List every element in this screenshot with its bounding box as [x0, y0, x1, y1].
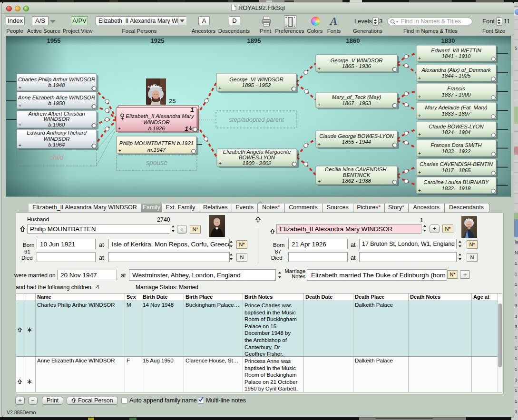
svg-text:+: + — [418, 188, 421, 193]
svg-text:b.1960: b.1960 — [49, 122, 66, 127]
svg-text:1833 - 1922: 1833 - 1922 — [442, 148, 471, 154]
svg-text:BOWES-LYON: BOWES-LYON — [239, 155, 275, 160]
svg-text:WINDSOR: WINDSOR — [43, 116, 69, 122]
svg-text:Anne Elizabeth Alice WINDSOR: Anne Elizabeth Alice WINDSOR — [18, 95, 95, 100]
svg-text:1833 - 1897: 1833 - 1897 — [442, 111, 471, 117]
svg-text:1841 - 1910: 1841 - 1910 — [442, 53, 471, 59]
svg-text:WINDSOR: WINDSOR — [43, 136, 69, 142]
svg-text:1824 - 1904: 1824 - 1904 — [442, 129, 471, 135]
svg-text:+: + — [318, 179, 321, 184]
svg-text:+: + — [318, 142, 321, 147]
svg-text:1895 - 1952: 1895 - 1952 — [242, 82, 271, 88]
svg-text:1895: 1895 — [247, 37, 261, 44]
svg-text:b.1950: b.1950 — [49, 100, 66, 106]
svg-text:1837 - 1900: 1837 - 1900 — [442, 92, 471, 98]
svg-text:Caroline Louisa BURNABY: Caroline Louisa BURNABY — [423, 179, 489, 185]
svg-text:+: + — [318, 102, 321, 107]
svg-text:Elizabeth Angela Marguerite: Elizabeth Angela Marguerite — [223, 149, 291, 155]
svg-text:spouse: spouse — [146, 159, 167, 166]
svg-text:Alexandra (Alix) of_Denmark: Alexandra (Alix) of_Denmark — [421, 67, 491, 73]
svg-text:George_VI WINDSOR: George_VI WINDSOR — [229, 77, 283, 82]
svg-text:b.1926: b.1926 — [148, 126, 165, 131]
svg-text:+: + — [418, 151, 421, 156]
svg-text:+: + — [19, 143, 21, 148]
svg-text:Edward Anthony Richard: Edward Anthony Richard — [27, 130, 87, 136]
svg-text:+: + — [218, 86, 221, 91]
svg-text:WINDSOR: WINDSOR — [143, 119, 170, 125]
svg-text:+: + — [19, 103, 21, 108]
svg-text:b.1964: b.1964 — [49, 142, 65, 147]
svg-text:+: + — [418, 94, 421, 99]
svg-text:Charles CAVENDISH-BENTIN: Charles CAVENDISH-BENTIN — [420, 161, 493, 167]
svg-text:BENTINCK: BENTINCK — [343, 172, 371, 178]
svg-text:Charles Philip Arthur WINDSOR: Charles Philip Arthur WINDSOR — [18, 77, 95, 82]
svg-text:+: + — [418, 113, 421, 118]
svg-text:Mary_of_Teck (May): Mary_of_Teck (May) — [332, 94, 381, 100]
svg-text:1832 - 1918: 1832 - 1918 — [442, 186, 471, 191]
svg-text:George_V WINDSOR: George_V WINDSOR — [330, 58, 382, 63]
svg-text:+: + — [19, 122, 21, 127]
svg-text:1817 - 1865: 1817 - 1865 — [442, 167, 471, 173]
svg-text:Philip MOUNTBATTEN b.1921: Philip MOUNTBATTEN b.1921 — [119, 140, 194, 146]
svg-text:+: + — [418, 132, 421, 137]
svg-text:Cecilia Nina CAVENDISH-: Cecilia Nina CAVENDISH- — [325, 166, 389, 172]
svg-text:1: 1 — [190, 106, 194, 113]
svg-text:+: + — [418, 56, 421, 61]
svg-text:25: 25 — [169, 98, 176, 105]
svg-text:1855 - 1944: 1855 - 1944 — [342, 139, 371, 145]
svg-text:1: 1 — [185, 125, 188, 132]
svg-text:+: + — [418, 170, 421, 175]
svg-text:m.1947: m.1947 — [147, 147, 166, 153]
svg-text:+: + — [219, 161, 222, 166]
svg-text:Andrew Albert Christian: Andrew Albert Christian — [28, 111, 85, 117]
svg-text:Francis: Francis — [447, 86, 465, 91]
svg-text:1862 - 1938: 1862 - 1938 — [342, 178, 371, 184]
svg-text:step/adopted parent: step/adopted parent — [229, 116, 284, 123]
svg-text:+: + — [19, 85, 21, 90]
svg-text:Frances Dora SMITH: Frances Dora SMITH — [430, 142, 482, 148]
svg-text:1860: 1860 — [346, 37, 360, 44]
svg-text:1844 - 1925: 1844 - 1925 — [442, 73, 471, 78]
svg-text:+: + — [418, 76, 421, 81]
svg-text:1865 - 1936: 1865 - 1936 — [342, 63, 371, 69]
svg-text:1925: 1925 — [151, 37, 165, 44]
svg-text:1830: 1830 — [441, 37, 455, 44]
svg-text:Edward_VII WETTIN: Edward_VII WETTIN — [431, 48, 481, 53]
svg-text:+: + — [318, 66, 321, 71]
svg-text:Claude BOWES-LYON: Claude BOWES-LYON — [429, 124, 484, 129]
svg-text:Claude George BOWES-LYON: Claude George BOWES-LYON — [319, 133, 394, 139]
svg-text:+: + — [118, 148, 121, 153]
svg-text:Elizabeth_II Alexandra Mary: Elizabeth_II Alexandra Mary — [126, 113, 195, 119]
svg-text:1955: 1955 — [47, 37, 61, 44]
svg-text:1867 - 1953: 1867 - 1953 — [342, 100, 371, 106]
svg-text:b.1948: b.1948 — [49, 82, 66, 88]
svg-text:+: + — [118, 126, 121, 131]
svg-text:child: child — [50, 154, 64, 161]
svg-text:1900 - 2002: 1900 - 2002 — [243, 160, 272, 166]
svg-text:Mary Adelaide (Fat_Mary): Mary Adelaide (Fat_Mary) — [425, 105, 487, 110]
